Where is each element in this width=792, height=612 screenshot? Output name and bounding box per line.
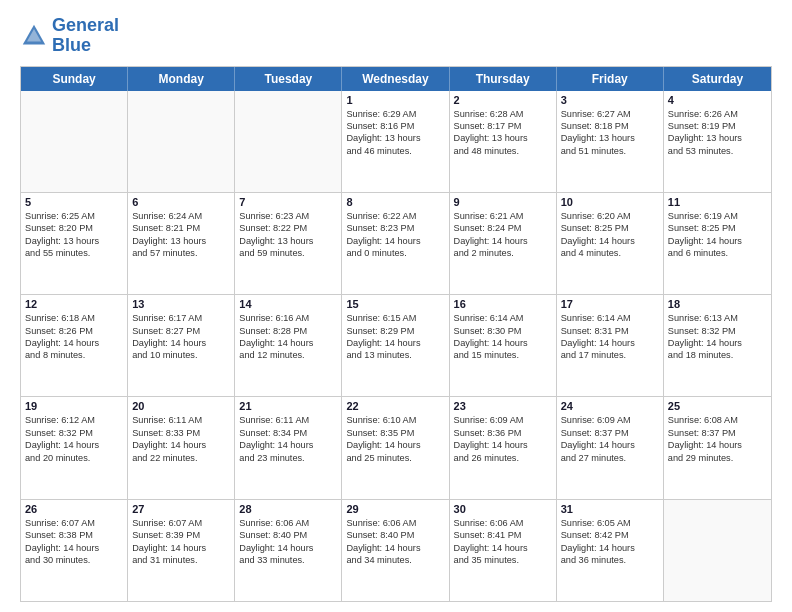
cell-info-line: and 12 minutes. [239, 349, 337, 361]
cell-info-line: Sunset: 8:36 PM [454, 427, 552, 439]
weekday-header: Monday [128, 67, 235, 91]
cell-info-line: and 8 minutes. [25, 349, 123, 361]
calendar-day-26: 26Sunrise: 6:07 AMSunset: 8:38 PMDayligh… [21, 500, 128, 601]
cell-info-line: Sunset: 8:25 PM [668, 222, 767, 234]
calendar-empty-cell [128, 91, 235, 192]
calendar-day-13: 13Sunrise: 6:17 AMSunset: 8:27 PMDayligh… [128, 295, 235, 396]
weekday-header: Thursday [450, 67, 557, 91]
calendar-day-14: 14Sunrise: 6:16 AMSunset: 8:28 PMDayligh… [235, 295, 342, 396]
calendar-day-16: 16Sunrise: 6:14 AMSunset: 8:30 PMDayligh… [450, 295, 557, 396]
day-number: 25 [668, 400, 767, 412]
calendar-day-8: 8Sunrise: 6:22 AMSunset: 8:23 PMDaylight… [342, 193, 449, 294]
cell-info-line: Sunrise: 6:29 AM [346, 108, 444, 120]
calendar-day-5: 5Sunrise: 6:25 AMSunset: 8:20 PMDaylight… [21, 193, 128, 294]
day-number: 22 [346, 400, 444, 412]
cell-info-line: Daylight: 13 hours [25, 235, 123, 247]
weekday-header: Friday [557, 67, 664, 91]
cell-info-line: Sunset: 8:39 PM [132, 529, 230, 541]
cell-info-line: Sunrise: 6:23 AM [239, 210, 337, 222]
day-number: 3 [561, 94, 659, 106]
calendar-day-15: 15Sunrise: 6:15 AMSunset: 8:29 PMDayligh… [342, 295, 449, 396]
cell-info-line: and 6 minutes. [668, 247, 767, 259]
cell-info-line: Sunrise: 6:07 AM [25, 517, 123, 529]
cell-info-line: and 13 minutes. [346, 349, 444, 361]
cell-info-line: Daylight: 13 hours [132, 235, 230, 247]
cell-info-line: Daylight: 14 hours [132, 439, 230, 451]
cell-info-line: Daylight: 14 hours [132, 542, 230, 554]
day-number: 26 [25, 503, 123, 515]
calendar-day-25: 25Sunrise: 6:08 AMSunset: 8:37 PMDayligh… [664, 397, 771, 498]
calendar-day-17: 17Sunrise: 6:14 AMSunset: 8:31 PMDayligh… [557, 295, 664, 396]
cell-info-line: Daylight: 14 hours [132, 337, 230, 349]
cell-info-line: Sunset: 8:24 PM [454, 222, 552, 234]
day-number: 10 [561, 196, 659, 208]
logo-icon [20, 22, 48, 50]
calendar-day-19: 19Sunrise: 6:12 AMSunset: 8:32 PMDayligh… [21, 397, 128, 498]
calendar-header: SundayMondayTuesdayWednesdayThursdayFrid… [21, 67, 771, 91]
cell-info-line: Sunset: 8:28 PM [239, 325, 337, 337]
cell-info-line: Sunset: 8:20 PM [25, 222, 123, 234]
cell-info-line: Sunrise: 6:12 AM [25, 414, 123, 426]
day-number: 23 [454, 400, 552, 412]
cell-info-line: and 15 minutes. [454, 349, 552, 361]
weekday-header: Wednesday [342, 67, 449, 91]
day-number: 13 [132, 298, 230, 310]
calendar-day-24: 24Sunrise: 6:09 AMSunset: 8:37 PMDayligh… [557, 397, 664, 498]
calendar: SundayMondayTuesdayWednesdayThursdayFrid… [20, 66, 772, 602]
calendar-day-12: 12Sunrise: 6:18 AMSunset: 8:26 PMDayligh… [21, 295, 128, 396]
logo-text: General Blue [52, 16, 119, 56]
day-number: 8 [346, 196, 444, 208]
cell-info-line: and 36 minutes. [561, 554, 659, 566]
cell-info-line: Daylight: 14 hours [668, 235, 767, 247]
cell-info-line: Sunrise: 6:21 AM [454, 210, 552, 222]
cell-info-line: Sunset: 8:16 PM [346, 120, 444, 132]
cell-info-line: Daylight: 14 hours [25, 542, 123, 554]
cell-info-line: Sunrise: 6:18 AM [25, 312, 123, 324]
day-number: 17 [561, 298, 659, 310]
day-number: 27 [132, 503, 230, 515]
calendar-row: 12Sunrise: 6:18 AMSunset: 8:26 PMDayligh… [21, 295, 771, 397]
day-number: 11 [668, 196, 767, 208]
cell-info-line: Daylight: 14 hours [561, 542, 659, 554]
cell-info-line: Sunrise: 6:17 AM [132, 312, 230, 324]
cell-info-line: Daylight: 14 hours [668, 337, 767, 349]
cell-info-line: Sunrise: 6:11 AM [239, 414, 337, 426]
weekday-header: Tuesday [235, 67, 342, 91]
day-number: 5 [25, 196, 123, 208]
cell-info-line: Sunrise: 6:05 AM [561, 517, 659, 529]
cell-info-line: and 31 minutes. [132, 554, 230, 566]
cell-info-line: Sunset: 8:17 PM [454, 120, 552, 132]
cell-info-line: Sunset: 8:38 PM [25, 529, 123, 541]
cell-info-line: Sunset: 8:42 PM [561, 529, 659, 541]
cell-info-line: Sunrise: 6:06 AM [346, 517, 444, 529]
cell-info-line: and 18 minutes. [668, 349, 767, 361]
cell-info-line: Sunset: 8:37 PM [668, 427, 767, 439]
cell-info-line: Daylight: 14 hours [346, 439, 444, 451]
cell-info-line: Sunrise: 6:16 AM [239, 312, 337, 324]
day-number: 20 [132, 400, 230, 412]
calendar-empty-cell [664, 500, 771, 601]
cell-info-line: Sunrise: 6:15 AM [346, 312, 444, 324]
cell-info-line: Sunset: 8:34 PM [239, 427, 337, 439]
day-number: 1 [346, 94, 444, 106]
header: General Blue [20, 16, 772, 56]
cell-info-line: Sunrise: 6:10 AM [346, 414, 444, 426]
cell-info-line: and 23 minutes. [239, 452, 337, 464]
logo: General Blue [20, 16, 119, 56]
cell-info-line: Sunrise: 6:09 AM [561, 414, 659, 426]
day-number: 9 [454, 196, 552, 208]
calendar-day-22: 22Sunrise: 6:10 AMSunset: 8:35 PMDayligh… [342, 397, 449, 498]
logo-general: General [52, 15, 119, 35]
day-number: 15 [346, 298, 444, 310]
day-number: 31 [561, 503, 659, 515]
cell-info-line: Sunset: 8:40 PM [346, 529, 444, 541]
cell-info-line: Daylight: 14 hours [454, 337, 552, 349]
cell-info-line: Sunset: 8:30 PM [454, 325, 552, 337]
day-number: 19 [25, 400, 123, 412]
day-number: 24 [561, 400, 659, 412]
cell-info-line: and 53 minutes. [668, 145, 767, 157]
cell-info-line: Daylight: 14 hours [561, 337, 659, 349]
cell-info-line: Sunset: 8:32 PM [668, 325, 767, 337]
cell-info-line: and 4 minutes. [561, 247, 659, 259]
cell-info-line: and 2 minutes. [454, 247, 552, 259]
